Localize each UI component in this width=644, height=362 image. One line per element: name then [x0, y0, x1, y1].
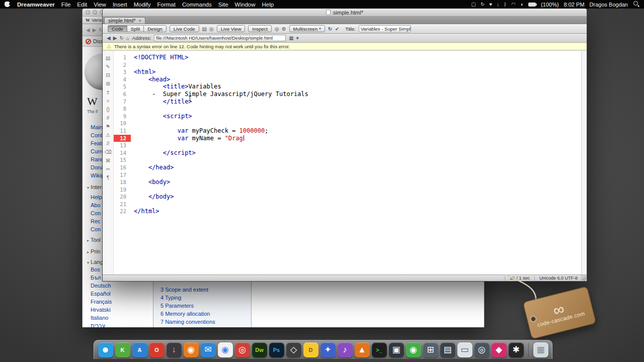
wiki-toc-link-1[interactable]: 4 Typing — [160, 294, 215, 302]
code-line-16[interactable]: 16 </head> — [114, 164, 581, 171]
visual-aids-icon[interactable]: ◎ — [275, 26, 279, 32]
dock-pixelmator-icon[interactable]: ◆ — [492, 342, 507, 357]
split-view-button[interactable]: Split — [127, 25, 143, 32]
code-line-21[interactable]: 21 — [114, 201, 581, 208]
code-line-11[interactable]: 11 var myPayCheck = 1000000; — [114, 127, 581, 135]
menu-format[interactable]: Format — [157, 2, 176, 8]
code-line-9[interactable]: 9 <script> — [114, 113, 581, 120]
code-line-18[interactable]: 18 <body> — [114, 178, 581, 186]
wiki-language-link-4[interactable]: Français — [91, 298, 112, 306]
remove-comment-icon[interactable]: ⌫ — [104, 150, 111, 155]
style-rendering-icon[interactable]: ⚙ — [282, 26, 286, 32]
dock-notes-icon[interactable]: ▭ — [457, 342, 472, 357]
dock-app-grid-icon[interactable]: ▤ — [440, 342, 455, 357]
menu-insert[interactable]: Insert — [113, 2, 127, 8]
code-area[interactable]: 1<!DOCTYPE HTML>23<html>4 <head>5 <title… — [114, 51, 581, 275]
menu-help[interactable]: Help — [262, 2, 274, 8]
live-code-button[interactable]: Live Code — [170, 25, 199, 32]
user-menu[interactable]: Dragos Bogdan — [590, 2, 628, 8]
multiscreen-button[interactable]: Multiscreen▾ — [289, 25, 325, 32]
code-line-20[interactable]: 20 </body> — [114, 193, 581, 201]
dock-quicktime-icon[interactable]: ◎ — [235, 342, 250, 357]
dock-mail-icon[interactable]: ✉ — [201, 342, 216, 357]
dock-vuze-icon[interactable]: ◉ — [406, 342, 421, 357]
wiki-toc-link-5[interactable]: 8 In spreadsheets — [160, 326, 215, 327]
wiki-interaction-link-2[interactable]: Con — [91, 209, 102, 217]
dock-inkscape-icon[interactable]: ◇ — [286, 342, 301, 357]
forward-icon[interactable]: ▶ — [93, 27, 97, 33]
wiki-language-link-6[interactable]: Italiano — [91, 314, 112, 322]
code-line-3[interactable]: 3<html> — [114, 68, 581, 76]
dock-opera-icon[interactable]: O — [149, 342, 165, 357]
dock-utilities-icon[interactable]: ✱ — [509, 342, 524, 357]
dock-dreamweaver-icon[interactable]: Dw — [252, 342, 267, 357]
code-line-19[interactable]: 19 — [114, 186, 581, 194]
wiki-section-languages[interactable]: ▾ Lang — [87, 259, 103, 265]
dock-finder-icon[interactable]: ☻ — [98, 342, 113, 357]
menu-modify[interactable]: Modify — [134, 2, 151, 8]
code-line-13[interactable]: 13 — [114, 142, 581, 149]
preview-dropdown-icon[interactable]: ▾ — [296, 35, 299, 41]
code-line-7[interactable]: 7 </title> — [114, 98, 581, 106]
live-view-button[interactable]: Live View — [217, 25, 246, 32]
show-code-navigator-icon[interactable]: ✎ — [106, 64, 110, 69]
wiki-toc-link-4[interactable]: 7 Naming conventions — [160, 318, 215, 326]
wifi-icon[interactable]: ◠ — [511, 2, 516, 7]
check-browser-compatibility-icon[interactable]: ✔ — [335, 26, 339, 32]
menu-view[interactable]: View — [94, 2, 106, 8]
display-icon[interactable]: ▢ — [471, 2, 476, 7]
wiki-interaction-link-3[interactable]: Rec — [91, 217, 102, 225]
dock-terminal-icon[interactable]: >_ — [372, 342, 387, 357]
code-line-1[interactable]: 1<!DOCTYPE HTML> — [114, 54, 581, 61]
inspect-button[interactable]: Inspect — [248, 25, 272, 32]
line-numbers-icon[interactable]: # — [107, 116, 110, 121]
menu-site[interactable]: Site — [218, 2, 228, 8]
dock-calculator-icon[interactable]: ⊞ — [423, 342, 438, 357]
dock-photoshop-icon[interactable]: Ps — [269, 342, 284, 357]
wiki-toc-link-2[interactable]: 5 Parameters — [160, 302, 215, 310]
code-view-button[interactable]: Code — [108, 25, 127, 32]
wiki-section-toolbox[interactable]: ▸ Tool — [87, 237, 101, 243]
recent-snippets-icon[interactable]: ✂ — [106, 167, 110, 172]
format-source-code-icon[interactable]: ¶ — [107, 175, 109, 180]
select-parent-tag-icon[interactable]: ⌗ — [107, 99, 110, 104]
heart-icon[interactable]: ♥ — [489, 2, 492, 7]
home-icon[interactable]: ⌂ — [126, 35, 129, 41]
address-field[interactable]: file:///Macintosh HD/Users/havenhost/Des… — [154, 35, 286, 41]
resize-grip[interactable] — [581, 275, 586, 281]
preview-in-browser-icon[interactable]: ◎ — [209, 26, 214, 32]
menu-edit[interactable]: Edit — [77, 2, 87, 8]
wiki-language-link-7[interactable]: עברית — [91, 322, 112, 327]
file-management-icon[interactable]: ▦ — [289, 35, 293, 41]
code-line-15[interactable]: 15 — [114, 156, 581, 164]
dock-trash-icon[interactable]: ▦ — [533, 342, 548, 357]
dock-vlc-icon[interactable]: ▲ — [355, 342, 370, 357]
close-tab-icon[interactable]: × — [138, 18, 141, 23]
open-documents-icon[interactable]: ▤ — [106, 56, 110, 61]
file-status-icon[interactable]: ▤ — [202, 26, 207, 32]
code-line-2[interactable]: 2 — [114, 61, 581, 69]
syntax-error-alerts-icon[interactable]: ⚠ — [106, 133, 110, 138]
code-line-8[interactable]: 8 — [114, 105, 581, 113]
bluetooth-icon[interactable]: ᛒ — [504, 2, 507, 7]
minimize-button[interactable] — [93, 10, 97, 15]
dock-photo-booth-icon[interactable]: ◎ — [474, 342, 490, 357]
refresh-icon[interactable]: ↻ — [119, 35, 123, 41]
design-view-button[interactable]: Design — [143, 25, 167, 32]
document-title-field[interactable]: Variables - Super Simple — [359, 25, 411, 32]
volume-icon[interactable]: ◖ — [520, 2, 523, 7]
menu-window[interactable]: Window — [235, 2, 256, 8]
collapse-full-tag-icon[interactable]: ⊟ — [106, 73, 110, 78]
back-icon[interactable]: ◀ — [86, 27, 90, 33]
dock-virtualbox-icon[interactable]: ▣ — [389, 342, 404, 357]
wiki-section-interaction[interactable]: ▾ Inter — [87, 184, 102, 190]
code-line-14[interactable]: 14 </script> — [114, 149, 581, 157]
wiki-toc-link-0[interactable]: 3 Scope and extent — [160, 286, 215, 294]
download-icon[interactable]: ↓ — [497, 2, 499, 7]
spotlight-icon[interactable] — [633, 1, 639, 8]
dock-transmission-icon[interactable]: ↓ — [167, 342, 182, 357]
apply-comment-icon[interactable]: // — [107, 141, 110, 146]
code-line-4[interactable]: 4 <head> — [114, 76, 581, 83]
code-line-10[interactable]: 10 — [114, 120, 581, 127]
wiki-language-link-3[interactable]: Español — [91, 290, 112, 298]
